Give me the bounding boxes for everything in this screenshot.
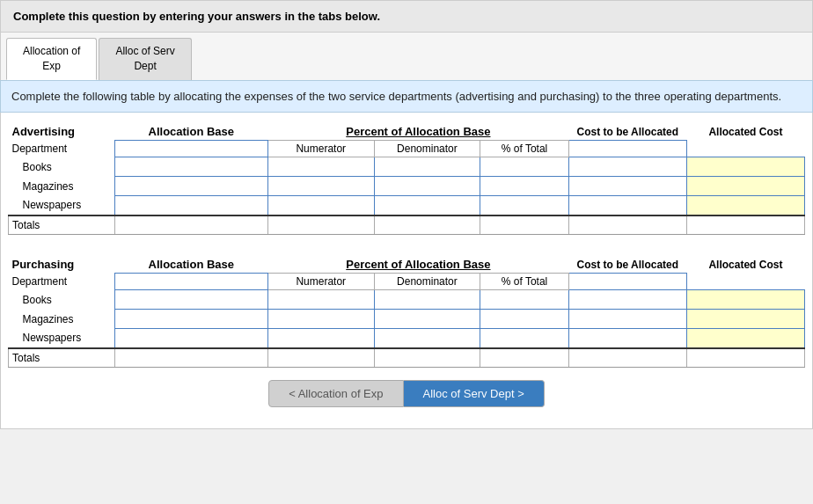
pur-newspapers-label: Newspapers (9, 329, 115, 348)
adv-books-pct[interactable] (480, 157, 569, 177)
pur-newspapers-cost-alloc[interactable] (568, 329, 686, 348)
adv-magazines-cost-alloc[interactable] (568, 177, 686, 196)
pur-magazines-row: Magazines (9, 310, 805, 329)
pur-newspapers-pct[interactable] (480, 329, 569, 348)
adv-magazines-pct[interactable] (480, 177, 569, 196)
pur-newspapers-denominator[interactable] (374, 329, 480, 348)
pur-pct-label: % of Total (480, 274, 569, 290)
adv-totals-alloc-base[interactable] (114, 215, 267, 235)
pur-magazines-pct[interactable] (480, 310, 569, 329)
adv-cost-alloc-header: Cost to be Allocated (568, 121, 686, 141)
adv-denominator-label: Denominator (374, 141, 480, 157)
pur-magazines-denominator[interactable] (374, 310, 480, 329)
pur-totals-pct[interactable] (480, 348, 569, 368)
adv-books-label: Books (9, 157, 115, 177)
adv-newspapers-label: Newspapers (9, 196, 115, 215)
advertising-table: Advertising Allocation Base Percent of A… (8, 121, 805, 235)
adv-magazines-denominator[interactable] (374, 177, 480, 196)
adv-pct-label: % of Total (480, 141, 569, 157)
tabs-container: Allocation of Exp Alloc of Serv Dept (0, 33, 813, 80)
adv-magazines-numerator[interactable] (267, 177, 374, 196)
purchasing-header-row: Purchasing Allocation Base Percent of Al… (9, 254, 805, 274)
pur-newspapers-row: Newspapers (9, 329, 805, 348)
pur-cost-alloc-sub (568, 274, 686, 290)
description: Complete the following table by allocati… (0, 80, 813, 113)
pur-books-numerator[interactable] (267, 290, 374, 310)
adv-magazines-alloc-cost[interactable] (686, 177, 804, 196)
adv-totals-numerator[interactable] (267, 215, 374, 235)
pur-alloc-base-header: Allocation Base (114, 254, 267, 274)
tab-alloc-exp[interactable]: Allocation of Exp (6, 38, 97, 80)
advertising-sub-header-row: Department Numerator Denominator % of To… (9, 141, 805, 157)
pur-books-cost-alloc[interactable] (568, 290, 686, 310)
advertising-header-row: Advertising Allocation Base Percent of A… (9, 121, 805, 141)
adv-books-alloc-cost[interactable] (686, 157, 804, 177)
pur-totals-label: Totals (9, 348, 115, 368)
pur-percent-header: Percent of Allocation Base (267, 254, 568, 274)
pur-books-alloc-cost[interactable] (686, 290, 804, 310)
adv-newspapers-denominator[interactable] (374, 196, 480, 215)
pur-magazines-alloc-base[interactable] (114, 310, 267, 329)
prev-button[interactable]: < Allocation of Exp (268, 380, 403, 407)
advertising-label: Advertising (9, 121, 115, 141)
pur-books-pct[interactable] (480, 290, 569, 310)
pur-newspapers-alloc-cost[interactable] (686, 329, 804, 348)
adv-alloc-base-header: Allocation Base (114, 121, 267, 141)
adv-totals-pct[interactable] (480, 215, 569, 235)
adv-alloc-cost-header: Allocated Cost (686, 121, 804, 141)
pur-newspapers-alloc-base[interactable] (114, 329, 267, 348)
adv-alloc-base-sub (114, 141, 267, 157)
pur-books-label: Books (9, 290, 115, 310)
pur-totals-cost-alloc[interactable] (568, 348, 686, 368)
top-instruction: Complete this question by entering your … (0, 0, 813, 33)
adv-books-row: Books (9, 157, 805, 177)
tab-alloc-serv-dept[interactable]: Alloc of Serv Dept (99, 38, 191, 80)
pur-magazines-numerator[interactable] (267, 310, 374, 329)
pur-books-denominator[interactable] (374, 290, 480, 310)
purchasing-sub-header-row: Department Numerator Denominator % of To… (9, 274, 805, 290)
adv-newspapers-alloc-base[interactable] (114, 196, 267, 215)
adv-magazines-alloc-base[interactable] (114, 177, 267, 196)
adv-newspapers-numerator[interactable] (267, 196, 374, 215)
pur-alloc-cost-header: Allocated Cost (686, 254, 804, 274)
pur-totals-denominator[interactable] (374, 348, 480, 368)
adv-cost-alloc-sub (568, 141, 686, 157)
pur-totals-row: Totals (9, 348, 805, 368)
pur-alloc-base-sub (114, 274, 267, 290)
adv-newspapers-pct[interactable] (480, 196, 569, 215)
adv-newspapers-row: Newspapers (9, 196, 805, 215)
adv-books-cost-alloc[interactable] (568, 157, 686, 177)
adv-books-alloc-base[interactable] (114, 157, 267, 177)
adv-alloc-cost-sub (686, 141, 804, 157)
pur-magazines-label: Magazines (9, 310, 115, 329)
pur-magazines-alloc-cost[interactable] (686, 310, 804, 329)
adv-percent-header: Percent of Allocation Base (267, 121, 568, 141)
adv-totals-label: Totals (9, 215, 115, 235)
pur-totals-alloc-cost[interactable] (686, 348, 804, 368)
next-button[interactable]: Alloc of Serv Dept > (404, 380, 545, 407)
adv-totals-row: Totals (9, 215, 805, 235)
adv-numerator-label: Numerator (267, 141, 374, 157)
pur-totals-numerator[interactable] (267, 348, 374, 368)
adv-totals-alloc-cost[interactable] (686, 215, 804, 235)
pur-totals-alloc-base[interactable] (114, 348, 267, 368)
purchasing-label: Purchasing (9, 254, 115, 274)
pur-newspapers-numerator[interactable] (267, 329, 374, 348)
pur-dept-label: Department (9, 274, 115, 290)
adv-magazines-row: Magazines (9, 177, 805, 196)
adv-books-numerator[interactable] (267, 157, 374, 177)
adv-newspapers-cost-alloc[interactable] (568, 196, 686, 215)
pur-alloc-cost-sub (686, 274, 804, 290)
pur-magazines-cost-alloc[interactable] (568, 310, 686, 329)
adv-totals-cost-alloc[interactable] (568, 215, 686, 235)
pur-cost-alloc-header: Cost to be Allocated (568, 254, 686, 274)
adv-magazines-label: Magazines (9, 177, 115, 196)
adv-newspapers-alloc-cost[interactable] (686, 196, 804, 215)
pur-books-alloc-base[interactable] (114, 290, 267, 310)
pur-denominator-label: Denominator (374, 274, 480, 290)
adv-books-denominator[interactable] (374, 157, 480, 177)
pur-books-row: Books (9, 290, 805, 310)
adv-dept-label: Department (9, 141, 115, 157)
adv-totals-denominator[interactable] (374, 215, 480, 235)
purchasing-table: Purchasing Allocation Base Percent of Al… (8, 254, 805, 368)
